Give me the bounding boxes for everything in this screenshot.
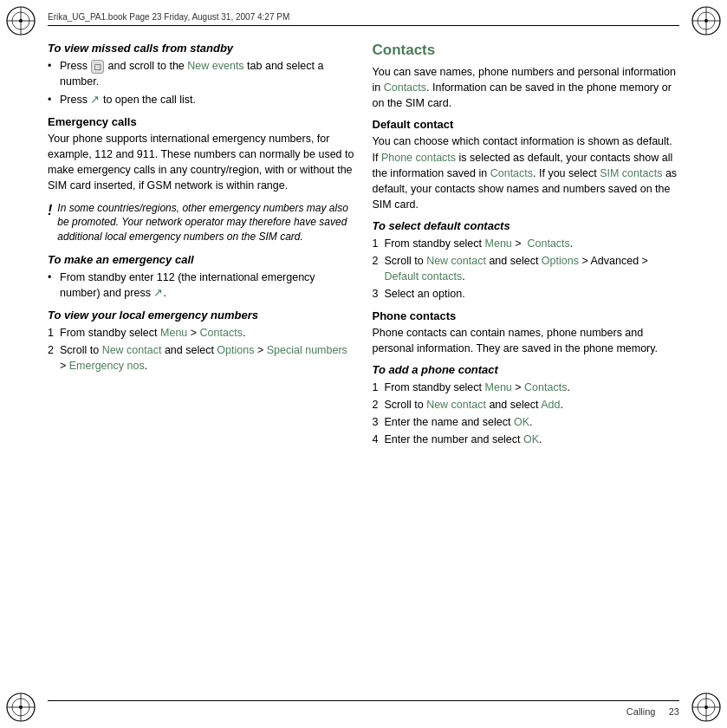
sim-contacts-link: SIM contacts (600, 167, 662, 179)
add-step-3: 3 Enter the name and select OK. (373, 414, 680, 430)
local-emergency-numbers-steps: 1 From standby select Menu > Contacts. 2… (48, 325, 355, 374)
add-step-num-3: 3 (373, 414, 379, 430)
svg-point-4 (19, 19, 23, 23)
call-button-2-icon: ↗ (153, 286, 163, 299)
contacts-link-4: Contacts (524, 381, 567, 393)
options-link-2: Options (542, 255, 579, 267)
svg-point-19 (704, 705, 708, 709)
make-emergency-call-bullets: From standby enter 112 (the internationa… (48, 270, 355, 302)
bullet-2: Press ↗ to open the call list. (48, 92, 355, 108)
menu-link-3: Menu (485, 381, 512, 393)
add-step-1: 1 From standby select Menu > Contacts. (373, 380, 680, 395)
corner-br (689, 690, 724, 725)
corner-tl (3, 3, 38, 38)
contacts-intro: You can save names, phone numbers and pe… (373, 64, 680, 111)
svg-point-14 (19, 705, 23, 709)
default-contacts-link: Default contacts (385, 270, 463, 283)
new-contact-link-3: New contact (426, 399, 486, 411)
select-default-contacts-steps: 1 From standby select Menu > Contacts. 2… (373, 236, 680, 302)
menu-button-icon: □ (91, 60, 104, 74)
ok-link-2: OK (523, 433, 539, 445)
contacts-intro-link: Contacts (384, 81, 426, 94)
left-column: To view missed calls from standby Press … (48, 33, 355, 695)
right-column: Contacts You can save names, phone numbe… (373, 33, 680, 695)
note-text: In some countries/regions, other emergen… (57, 201, 354, 244)
select-step-num-3: 3 (373, 286, 379, 302)
header-text: Erika_UG_PA1.book Page 23 Friday, August… (48, 12, 289, 22)
emergency-bullet-1: From standby enter 112 (the internationa… (48, 270, 355, 302)
corner-bl (3, 690, 38, 725)
page-container: Erika_UG_PA1.book Page 23 Friday, August… (0, 0, 727, 728)
select-step-1: 1 From standby select Menu > Contacts. (373, 236, 680, 251)
new-events-link: New events (187, 60, 243, 72)
step-num-2: 2 (48, 342, 54, 358)
add-step-num-1: 1 (373, 380, 379, 395)
add-link: Add (541, 399, 560, 411)
default-contact-body: You can choose which contact information… (373, 133, 680, 212)
add-phone-contact-title: To add a phone contact (373, 363, 680, 376)
view-missed-bullets: Press □ and scroll to the New events tab… (48, 58, 355, 108)
phone-contacts-body: Phone contacts can contain names, phone … (373, 325, 680, 356)
bullet-1: Press □ and scroll to the New events tab… (48, 58, 355, 89)
note-block: ! In some countries/regions, other emerg… (48, 201, 355, 244)
add-phone-contact-steps: 1 From standby select Menu > Contacts. 2… (373, 380, 680, 448)
corner-tr (689, 3, 724, 38)
note-icon: ! (48, 202, 52, 218)
options-link-1: Options (217, 344, 254, 356)
local-step-2: 2 Scroll to New contact and select Optio… (48, 342, 355, 374)
new-contact-link-2: New contact (426, 255, 486, 267)
add-step-2: 2 Scroll to New contact and select Add. (373, 397, 680, 413)
footer-label: Calling (626, 706, 656, 717)
footer-text: Calling 23 (626, 706, 679, 717)
contacts-heading: Contacts (373, 42, 680, 59)
contacts-link-2: Contacts (490, 167, 533, 179)
menu-link-2: Menu (485, 237, 512, 250)
local-step-1: 1 From standby select Menu > Contacts. (48, 325, 355, 341)
menu-link-1: Menu (160, 327, 187, 339)
select-step-2: 2 Scroll to New contact and select Optio… (373, 253, 680, 284)
footer-page: 23 (669, 706, 679, 717)
select-default-contacts-title: To select default contacts (373, 219, 680, 232)
add-step-4: 4 Enter the number and select OK. (373, 432, 680, 447)
add-step-num-4: 4 (373, 432, 379, 447)
header-bar: Erika_UG_PA1.book Page 23 Friday, August… (48, 9, 679, 26)
default-contact-title: Default contact (373, 118, 680, 131)
step-num-1: 1 (48, 325, 54, 341)
emergency-calls-title: Emergency calls (48, 115, 355, 128)
emergency-nos-link: Emergency nos (69, 360, 145, 372)
make-emergency-call-title: To make an emergency call (48, 253, 355, 266)
call-button-icon: ↗ (90, 93, 100, 106)
footer-bar: Calling 23 (48, 700, 679, 718)
contacts-link-3: Contacts (528, 237, 570, 250)
select-step-3: 3 Select an option. (373, 286, 680, 302)
svg-point-9 (704, 19, 708, 23)
new-contact-link-1: New contact (102, 344, 162, 356)
phone-contacts-link-1: Phone contacts (381, 152, 456, 164)
contacts-link-1: Contacts (200, 327, 243, 339)
emergency-calls-body: Your phone supports international emerge… (48, 131, 355, 194)
add-step-num-2: 2 (373, 397, 379, 413)
content-area: To view missed calls from standby Press … (48, 33, 679, 695)
phone-contacts-title: Phone contacts (373, 309, 680, 322)
section-view-missed-title: To view missed calls from standby (48, 42, 355, 55)
local-emergency-numbers-title: To view your local emergency numbers (48, 309, 355, 322)
special-numbers-link: Special numbers (267, 344, 347, 356)
select-step-num-1: 1 (373, 236, 379, 251)
select-step-num-2: 2 (373, 253, 379, 269)
ok-link-1: OK (514, 416, 529, 428)
